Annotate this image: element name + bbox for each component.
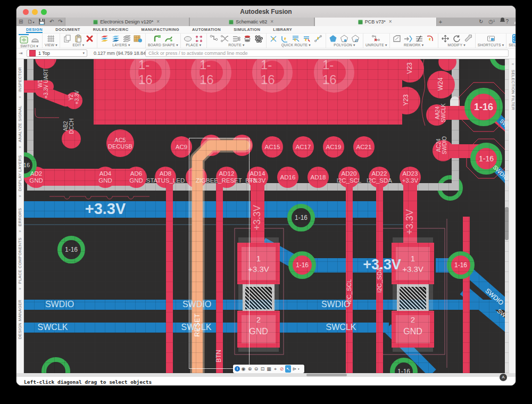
sync-icon[interactable]: ↻ — [476, 18, 486, 26]
layer-dropdown[interactable]: 1 Top ▾ — [27, 50, 87, 57]
place-oval-icon[interactable] — [183, 34, 193, 43]
quick-route-corner-icon[interactable] — [280, 34, 290, 43]
collapse-toolbar-icon[interactable]: ⇥ — [19, 51, 23, 56]
app-grid-icon[interactable]: ⊞ — [16, 18, 25, 26]
redo-icon[interactable]: ↷ — [56, 18, 64, 26]
help-icon[interactable]: ? — [503, 18, 511, 26]
via[interactable]: 1-16 — [288, 251, 316, 279]
delete-icon[interactable] — [85, 34, 95, 43]
panel-tab-display-layers[interactable]: DISPLAY LAYERS — [18, 153, 22, 191]
grid-settings-icon[interactable]: ▦ — [266, 365, 272, 373]
expand-panel-icon[interactable]: « — [512, 59, 514, 70]
quick-route-fanout-icon[interactable] — [269, 34, 279, 43]
via-grid-icon[interactable] — [254, 34, 264, 43]
undo-icon[interactable]: ↶ — [47, 18, 56, 26]
rework-arc-icon[interactable] — [426, 34, 436, 43]
via[interactable]: 1-16 — [287, 204, 315, 232]
wrench-icon[interactable] — [463, 34, 473, 43]
user-avatar[interactable] — [511, 18, 516, 26]
unroute-icon[interactable] — [371, 34, 381, 43]
caret-down-icon[interactable]: ▾ — [298, 367, 300, 370]
paste-icon[interactable] — [73, 34, 84, 43]
rework-align-icon[interactable] — [414, 34, 425, 43]
horizontal-scrollbar[interactable] — [16, 373, 516, 377]
layers-color-icon[interactable] — [99, 34, 110, 43]
titlebar[interactable]: Autodesk Fusion — [16, 6, 516, 18]
close-tab-icon[interactable]: × — [388, 19, 393, 24]
panel-tab-errors[interactable]: ERRORS — [18, 202, 22, 226]
menu-library[interactable]: LIBRARY — [273, 26, 292, 33]
probe-icon[interactable]: ⊳ — [292, 365, 297, 373]
panel-tab-selection-filter[interactable]: SELECTION FILTER — [511, 70, 516, 118]
panel-tab-place-components[interactable]: PLACE COMPONENTS — [18, 237, 22, 284]
via[interactable]: 1-16 — [464, 88, 503, 126]
menu-simulation[interactable]: SIMULATION — [234, 26, 260, 33]
menu-manufacturing[interactable]: MANUFACTURING — [142, 26, 179, 33]
select-tool-icon[interactable] — [512, 34, 516, 43]
pan-icon[interactable]: ⌖ — [272, 365, 278, 373]
expand-panel-icon[interactable]: » — [19, 226, 21, 237]
tab-schematic[interactable]: Schematic v82 × — [189, 18, 314, 26]
expand-panel-icon[interactable]: » — [19, 284, 21, 294]
menu-rules[interactable]: RULES DRC/ERC — [93, 26, 129, 33]
net-3v3-riser[interactable] — [403, 183, 417, 244]
shortcuts-icon[interactable] — [486, 34, 496, 43]
notifications-bell-icon[interactable] — [497, 18, 503, 26]
select-mode-icon[interactable]: ↖ — [285, 365, 291, 373]
net-3v3-riser[interactable] — [251, 183, 264, 244]
pcb-canvas[interactable]: 1-16 1-16 1-16 1-16 — [24, 59, 509, 373]
rework-arrow-icon[interactable] — [403, 34, 413, 43]
via[interactable]: 1-16 — [57, 236, 85, 263]
panel-tab-analyze-signal[interactable]: ANALYZE SIGNAL — [18, 103, 22, 142]
vertical-scrollbar-thumb[interactable] — [505, 207, 509, 240]
move-icon[interactable] — [440, 34, 451, 43]
via[interactable]: 1-16 — [447, 251, 475, 279]
place-part-icon[interactable] — [194, 34, 204, 43]
polygon-hide-icon[interactable] — [351, 34, 361, 43]
quick-route-break-icon[interactable] — [313, 34, 323, 43]
route-manual-icon[interactable] — [209, 34, 219, 43]
net-i2c-scl-trace[interactable] — [346, 183, 353, 373]
close-tab-icon[interactable]: × — [155, 19, 161, 24]
tab-pcb[interactable]: PCB v73* × — [314, 18, 437, 26]
expand-panel-icon[interactable]: » — [19, 191, 21, 202]
close-tab-icon[interactable]: × — [269, 19, 275, 24]
panel-tab-inspector[interactable]: INSPECTOR — [18, 59, 22, 92]
zoom-in-icon[interactable]: ⊕ — [247, 365, 253, 373]
route-diff-pair-icon[interactable] — [220, 34, 230, 43]
route-multi-icon[interactable] — [231, 34, 242, 43]
menu-automation[interactable]: AUTOMATION — [192, 26, 221, 33]
rework-outline-icon[interactable] — [392, 34, 402, 43]
via[interactable]: 1-16 — [470, 143, 502, 175]
grid-view-icon[interactable] — [46, 34, 56, 43]
job-status-icon[interactable]: ◷1 — [486, 18, 497, 26]
switch-board-view-icon[interactable] — [19, 34, 29, 44]
quick-route-partial-icon[interactable] — [302, 34, 312, 43]
assistant-badge[interactable]: A — [500, 374, 507, 381]
file-menu-icon[interactable]: 🗋▾ — [25, 18, 36, 26]
polygon-show-icon[interactable] — [339, 34, 350, 43]
expand-panel-icon[interactable]: » — [19, 142, 21, 153]
trace[interactable] — [166, 183, 173, 373]
menu-document[interactable]: DOCUMENT — [55, 26, 80, 33]
layers-stack-icon[interactable] — [122, 34, 132, 43]
menu-design[interactable]: DESIGN — [26, 26, 43, 33]
net-i2c-sda-trace[interactable] — [376, 183, 383, 373]
rotate-icon[interactable] — [452, 34, 462, 43]
component-body[interactable] — [397, 284, 429, 312]
info-icon[interactable]: i — [235, 366, 240, 372]
polygon-pour-icon[interactable] — [328, 34, 338, 43]
board-outline-icon[interactable] — [152, 34, 162, 43]
expand-panel-icon[interactable]: » — [19, 92, 21, 103]
trace[interactable] — [463, 217, 470, 373]
copy-icon[interactable] — [62, 34, 72, 43]
save-icon[interactable]: 💾 — [36, 18, 47, 26]
interference-icon[interactable]: ⊘ — [279, 365, 285, 373]
new-tab-button[interactable]: + — [437, 18, 444, 26]
panel-tab-design-manager[interactable]: DESIGN MANAGER — [18, 294, 22, 339]
quick-route-bus-icon[interactable] — [291, 34, 301, 43]
zoom-out-icon[interactable]: ⊖ — [253, 365, 259, 373]
switch-3d-view-icon[interactable] — [30, 35, 40, 44]
ripup-icon[interactable] — [243, 34, 253, 43]
fit-view-icon[interactable]: ◉ — [240, 365, 246, 373]
